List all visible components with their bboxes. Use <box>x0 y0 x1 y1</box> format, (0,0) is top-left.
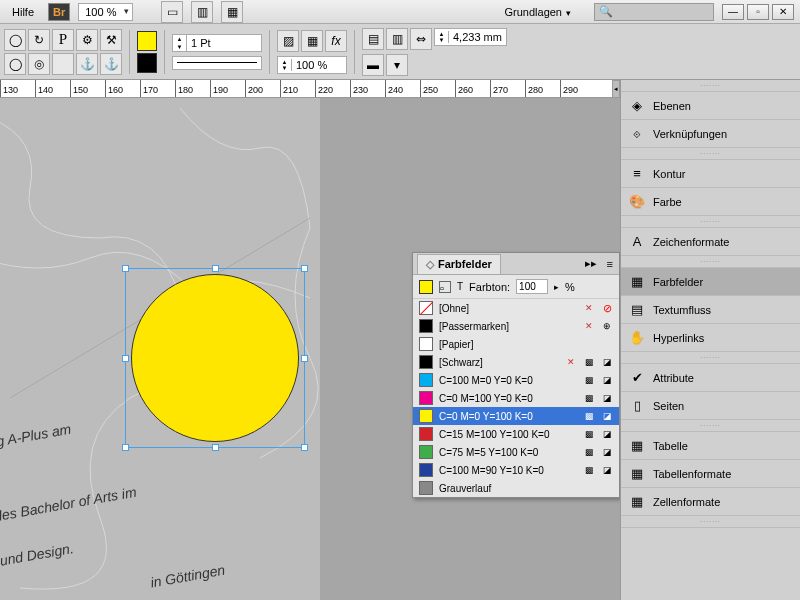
view-icon-3[interactable]: ▦ <box>221 1 243 23</box>
panel-item[interactable]: ▤Textumfluss <box>621 296 800 324</box>
swatch-chip <box>419 301 433 315</box>
tool-icon[interactable]: ↻ <box>28 29 50 51</box>
handle-n[interactable] <box>212 265 219 272</box>
panel-item[interactable]: ≡Kontur <box>621 160 800 188</box>
panel-icon: A <box>629 234 645 250</box>
tool-icon[interactable]: P <box>52 29 74 51</box>
panel-collapse-tab[interactable]: ◂ <box>612 80 620 98</box>
panel-item[interactable]: ⟐Verknüpfungen <box>621 120 800 148</box>
panel-item[interactable]: AZeichenformate <box>621 228 800 256</box>
search-input[interactable]: 🔍 <box>594 3 714 21</box>
window-max[interactable]: ▫ <box>747 4 769 20</box>
tool-icon[interactable]: ⚓ <box>100 53 122 75</box>
swatches-panel[interactable]: ◇Farbfelder ▸▸ ≡ ▫ T Farbton: ▸ % [Ohne]… <box>412 252 620 498</box>
panel-item[interactable]: 🎨Farbe <box>621 188 800 216</box>
swatch-row[interactable]: [Passermarken]✕⊕ <box>413 317 619 335</box>
fx-icon[interactable]: ▨ <box>277 30 299 52</box>
stroke-color[interactable] <box>137 53 157 73</box>
wrap-icon[interactable]: ⇔ <box>410 28 432 50</box>
panel-label: Verknüpfungen <box>653 128 727 140</box>
swatch-row[interactable]: [Papier] <box>413 335 619 353</box>
wrap-icon[interactable]: ▾ <box>386 54 408 76</box>
swatch-row[interactable]: C=0 M=100 Y=0 K=0▩◪ <box>413 389 619 407</box>
current-fill-swatch[interactable] <box>419 280 433 294</box>
fill-color[interactable] <box>137 31 157 51</box>
stroke-weight-input[interactable] <box>187 35 237 51</box>
wrap-icon[interactable]: ▤ <box>362 28 384 50</box>
swatch-row[interactable]: [Ohne]✕⊘ <box>413 299 619 317</box>
panel-item[interactable]: ▦Zellenformate <box>621 488 800 516</box>
swatch-row[interactable]: Grauverlauf <box>413 479 619 497</box>
swatch-row[interactable]: C=75 M=5 Y=100 K=0▩◪ <box>413 443 619 461</box>
panel-icon: ▤ <box>629 302 645 318</box>
handle-s[interactable] <box>212 444 219 451</box>
tool-icon[interactable]: ◎ <box>28 53 50 75</box>
fx-icon[interactable]: ▦ <box>301 30 323 52</box>
tool-icon[interactable]: ⚓ <box>76 53 98 75</box>
panel-icon: ▦ <box>629 466 645 482</box>
panel-label: Ebenen <box>653 100 691 112</box>
panel-item[interactable]: ✔Attribute <box>621 364 800 392</box>
panel-label: Seiten <box>653 400 684 412</box>
swatch-chip <box>419 373 433 387</box>
wrap-icon[interactable]: ▬ <box>362 54 384 76</box>
swatch-chip <box>419 463 433 477</box>
window-min[interactable]: — <box>722 4 744 20</box>
tool-icon[interactable] <box>52 53 74 75</box>
window-close[interactable]: ✕ <box>772 4 794 20</box>
text-icon[interactable]: T <box>457 281 463 292</box>
stroke-weight[interactable]: ▲▼ <box>172 34 262 52</box>
opacity-input[interactable]: ▲▼ 100 % <box>277 56 347 74</box>
bridge-badge[interactable]: Br <box>48 3 70 21</box>
panel-icon: ⟐ <box>629 126 645 142</box>
tool-icon[interactable]: ⚒ <box>100 29 122 51</box>
swatch-name: C=0 M=100 Y=0 K=0 <box>439 393 577 404</box>
view-icon-2[interactable]: ▥ <box>191 1 213 23</box>
swatch-row[interactable]: [Schwarz]✕▩◪ <box>413 353 619 371</box>
panel-icon: ≡ <box>629 166 645 182</box>
measure-input[interactable]: ▲▼ 4,233 mm <box>434 28 507 46</box>
obj-icon[interactable]: ▫ <box>439 281 451 293</box>
handle-e[interactable] <box>301 355 308 362</box>
panel-item[interactable]: ▦Tabelle <box>621 432 800 460</box>
swatch-name: C=75 M=5 Y=100 K=0 <box>439 447 577 458</box>
handle-ne[interactable] <box>301 265 308 272</box>
workspace-select[interactable]: Grundlagen <box>498 3 587 21</box>
swatch-row[interactable]: C=0 M=0 Y=100 K=0▩◪ <box>413 407 619 425</box>
stroke-style[interactable] <box>172 56 262 70</box>
menu-help[interactable]: Hilfe <box>6 3 40 21</box>
zoom-select[interactable]: 100 % <box>78 3 133 21</box>
tool-icon[interactable]: ◯ <box>4 53 26 75</box>
panel-item[interactable]: ▦Farbfelder <box>621 268 800 296</box>
swatch-name: C=100 M=90 Y=10 K=0 <box>439 465 577 476</box>
tool-icon[interactable]: ◯ <box>4 29 26 51</box>
panel-menu-icon[interactable]: ≡ <box>601 258 619 270</box>
tint-label: Farbton: <box>469 281 510 293</box>
panel-item[interactable]: ✋Hyperlinks <box>621 324 800 352</box>
handle-w[interactable] <box>122 355 129 362</box>
fx-icon[interactable]: fx <box>325 30 347 52</box>
panel-collapse-icon[interactable]: ▸▸ <box>581 257 601 270</box>
swatch-chip <box>419 337 433 351</box>
tint-input[interactable] <box>516 279 548 294</box>
tool-icon[interactable]: ⚙ <box>76 29 98 51</box>
swatches-tab[interactable]: ◇Farbfelder <box>417 254 501 274</box>
swatch-row[interactable]: C=100 M=90 Y=10 K=0▩◪ <box>413 461 619 479</box>
handle-sw[interactable] <box>122 444 129 451</box>
panel-item[interactable]: ▦Tabellenformate <box>621 460 800 488</box>
handle-nw[interactable] <box>122 265 129 272</box>
handle-se[interactable] <box>301 444 308 451</box>
selection-frame <box>125 268 305 448</box>
swatch-row[interactable]: C=15 M=100 Y=100 K=0▩◪ <box>413 425 619 443</box>
swatch-chip <box>419 409 433 423</box>
swatch-name: [Papier] <box>439 339 613 350</box>
panel-icon: ▦ <box>629 494 645 510</box>
selected-object[interactable] <box>125 268 305 448</box>
panel-icon: ▯ <box>629 398 645 414</box>
swatch-name: C=100 M=0 Y=0 K=0 <box>439 375 577 386</box>
panel-item[interactable]: ◈Ebenen <box>621 92 800 120</box>
wrap-icon[interactable]: ▥ <box>386 28 408 50</box>
swatch-row[interactable]: C=100 M=0 Y=0 K=0▩◪ <box>413 371 619 389</box>
view-icon-1[interactable]: ▭ <box>161 1 183 23</box>
panel-item[interactable]: ▯Seiten <box>621 392 800 420</box>
